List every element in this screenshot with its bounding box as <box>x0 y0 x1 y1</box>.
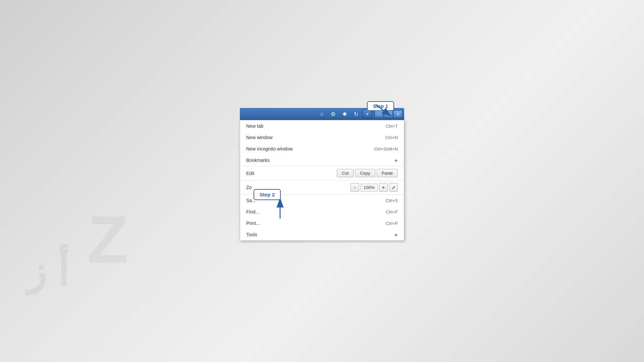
menu-item-bookmarks[interactable]: Bookmarks ▶ <box>240 155 404 166</box>
zoom-minus-button[interactable]: - <box>351 183 359 192</box>
print-label: Print... <box>246 221 260 226</box>
bookmarks-label: Bookmarks <box>246 158 270 163</box>
browser-header: Step 1 ☆ ⚙ ✱ ↻ ≡ – □ ✕ <box>240 108 404 120</box>
new-window-shortcut: Ctrl+N <box>385 135 398 140</box>
browser-container: Step 1 ☆ ⚙ ✱ ↻ ≡ – □ ✕ New tab Ctrl+T Ne… <box>240 108 404 241</box>
menu-item-incognito[interactable]: New incognito window Ctrl+Shift+N <box>240 143 404 155</box>
toolbar-icons: ☆ ⚙ ✱ ↻ ≡ <box>317 109 372 119</box>
zoom-label: Zo <box>246 185 252 190</box>
edit-label: Edit <box>246 171 260 176</box>
refresh-icon[interactable]: ↻ <box>351 109 361 119</box>
window-controls: – □ ✕ <box>375 110 402 118</box>
step2-badge: Step 2 <box>254 189 281 200</box>
zoom-fullscreen-button[interactable]: ⤢ <box>389 183 398 192</box>
zoom-value: 100% <box>361 184 378 191</box>
find-shortcut: Ctrl+F <box>386 209 398 215</box>
edit-row: Edit Cut Copy Paste Step 2 <box>240 166 404 180</box>
new-window-label: New window <box>246 135 273 140</box>
edit-buttons: Cut Copy Paste <box>337 169 398 177</box>
zoom-controls: - 100% + ⤢ <box>351 183 398 192</box>
step1-badge: Step 1 <box>367 101 394 111</box>
watermark-z: Z <box>87 201 128 278</box>
incognito-label: New incognito window <box>246 146 293 152</box>
find-label: Find... <box>246 209 259 215</box>
new-tab-shortcut: Ctrl+T <box>386 124 398 129</box>
incognito-shortcut: Ctrl+Shift+N <box>374 146 398 152</box>
bookmarks-arrow: ▶ <box>395 158 398 163</box>
close-button[interactable]: ✕ <box>393 110 402 118</box>
print-shortcut: Ctrl+P <box>386 221 398 226</box>
cut-button[interactable]: Cut <box>337 169 354 177</box>
bookmark-icon[interactable]: ☆ <box>317 109 326 119</box>
menu-item-find[interactable]: Find... Ctrl+F <box>240 206 404 218</box>
snowflake-icon[interactable]: ✱ <box>340 109 349 119</box>
zoom-plus-button[interactable]: + <box>379 183 388 192</box>
new-tab-label: New tab <box>246 123 263 129</box>
menu-item-print[interactable]: Print... Ctrl+P <box>240 218 404 229</box>
watermark-arabic: أ ز <box>27 248 68 295</box>
save-shortcut: Ctrl+S <box>386 198 398 203</box>
minimize-button[interactable]: – <box>375 110 383 118</box>
copy-button[interactable]: Copy <box>355 169 375 177</box>
menu-item-tools[interactable]: Tools ▶ <box>240 229 404 240</box>
paste-button[interactable]: Paste <box>377 169 398 177</box>
tools-arrow: ▶ <box>395 233 398 237</box>
restore-button[interactable]: □ <box>384 110 393 118</box>
menu-item-new-window[interactable]: New window Ctrl+N <box>240 132 404 143</box>
dropdown-menu: New tab Ctrl+T New window Ctrl+N New inc… <box>240 120 404 241</box>
menu-item-new-tab[interactable]: New tab Ctrl+T <box>240 120 404 132</box>
settings-icon[interactable]: ⚙ <box>328 109 338 119</box>
tools-label: Tools <box>246 232 257 237</box>
